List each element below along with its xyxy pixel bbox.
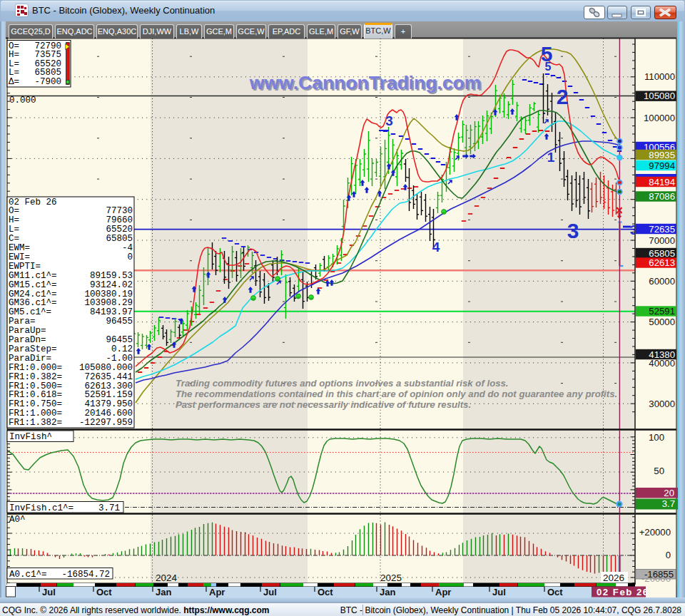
svg-text:L=: L= — [9, 225, 19, 235]
svg-text:InvFish^: InvFish^ — [9, 432, 52, 442]
svg-text:72635.441: 72635.441 — [84, 372, 133, 382]
svg-text:-16855: -16855 — [644, 569, 674, 580]
svg-text:2025: 2025 — [380, 573, 402, 583]
svg-text:41380: 41380 — [649, 349, 675, 360]
svg-text:-1.00: -1.00 — [106, 354, 133, 364]
svg-text:65520: 65520 — [106, 225, 133, 235]
svg-text:65805: 65805 — [106, 234, 133, 244]
svg-text:2026: 2026 — [603, 573, 624, 583]
svg-text:3: 3 — [385, 113, 393, 128]
svg-text:100380.19: 100380.19 — [84, 289, 133, 299]
svg-text:Oct: Oct — [96, 587, 112, 597]
svg-text:77730: 77730 — [106, 206, 133, 216]
svg-text:EWPTI=: EWPTI= — [9, 262, 41, 272]
svg-text:3.71: 3.71 — [98, 503, 120, 513]
svg-text:89159.53: 89159.53 — [90, 271, 133, 281]
svg-text:2: 2 — [557, 85, 569, 108]
svg-text:InvFish.c1^=: InvFish.c1^= — [9, 503, 73, 513]
svg-text:02 Feb 26: 02 Feb 26 — [597, 587, 649, 597]
svg-text:FR1:1.382=: FR1:1.382= — [9, 418, 62, 428]
svg-text:0.000: 0.000 — [9, 96, 36, 106]
svg-text:GM36.c1^=: GM36.c1^= — [9, 298, 57, 308]
svg-text:Jan: Jan — [156, 587, 171, 597]
svg-text:Trading commodity futures and: Trading commodity futures and options in… — [176, 378, 509, 389]
svg-text:72635: 72635 — [649, 224, 675, 235]
svg-text:2024: 2024 — [156, 573, 178, 583]
svg-text:0: 0 — [666, 550, 671, 560]
svg-text:ParaUp=: ParaUp= — [9, 326, 46, 336]
svg-text:A0.c1^=: A0.c1^= — [9, 570, 47, 580]
svg-text:Past performances are not nece: Past performances are not necessarily in… — [176, 399, 471, 410]
svg-text:105080: 105080 — [644, 91, 675, 101]
svg-text:Apr: Apr — [209, 587, 225, 597]
svg-text:02 Feb 26: 02 Feb 26 — [9, 197, 57, 207]
svg-text:Apr: Apr — [435, 587, 451, 597]
svg-text:52591.159: 52591.159 — [84, 390, 133, 400]
svg-text:62613: 62613 — [649, 257, 675, 268]
svg-text:5: 5 — [545, 61, 552, 73]
svg-text:4: 4 — [432, 240, 440, 255]
svg-text:100: 100 — [649, 432, 664, 443]
svg-text:110000: 110000 — [644, 71, 675, 82]
svg-text:52591: 52591 — [649, 306, 675, 317]
svg-text:+20000: +20000 — [639, 527, 671, 538]
svg-text:93124.02: 93124.02 — [90, 280, 133, 290]
svg-text:87086: 87086 — [649, 191, 675, 202]
svg-text:-12297.959: -12297.959 — [79, 418, 133, 428]
svg-text:FR1:0.500=: FR1:0.500= — [9, 381, 62, 391]
svg-text:0.12: 0.12 — [111, 344, 133, 354]
svg-text:FR1:1.000=: FR1:1.000= — [9, 409, 62, 419]
svg-text:C=: C= — [9, 234, 19, 244]
svg-text:-4: -4 — [122, 243, 133, 253]
svg-text:20146.600: 20146.600 — [84, 409, 133, 419]
svg-text:Oct: Oct — [318, 587, 333, 597]
svg-text:96455: 96455 — [106, 335, 133, 345]
svg-text:-7900: -7900 — [34, 77, 61, 87]
svg-text:3.7: 3.7 — [662, 498, 675, 509]
svg-text:100000: 100000 — [644, 113, 675, 123]
svg-text:60000: 60000 — [649, 276, 675, 287]
svg-text:EWM=: EWM= — [9, 243, 30, 253]
svg-text:62613.300: 62613.300 — [84, 381, 133, 391]
svg-text:30000: 30000 — [649, 399, 675, 409]
svg-text:GM24.c1^=: GM24.c1^= — [9, 289, 57, 299]
svg-text:50: 50 — [654, 466, 664, 476]
svg-text:Jul: Jul — [42, 587, 56, 597]
svg-text:H=: H= — [9, 215, 19, 225]
svg-text:Para=: Para= — [9, 317, 36, 327]
svg-text:41379.950: 41379.950 — [84, 399, 133, 409]
svg-text:FR1:0.382=: FR1:0.382= — [9, 372, 62, 382]
svg-text:1: 1 — [547, 150, 555, 165]
svg-text:89935: 89935 — [649, 150, 675, 160]
svg-text:FR1:0.618=: FR1:0.618= — [9, 390, 62, 400]
svg-text:ParaDir=: ParaDir= — [9, 354, 51, 364]
svg-text:Jul: Jul — [263, 587, 277, 597]
svg-text:97994: 97994 — [649, 160, 675, 171]
svg-text:Δ=: Δ= — [9, 77, 19, 87]
svg-text:84193.97: 84193.97 — [90, 307, 133, 317]
svg-text:Oct: Oct — [547, 587, 563, 597]
svg-text:0: 0 — [127, 252, 133, 262]
svg-text:FR1:0.750=: FR1:0.750= — [9, 399, 62, 409]
svg-text:105080.000: 105080.000 — [79, 363, 133, 373]
svg-text:www.CannonTrading.com: www.CannonTrading.com — [249, 72, 481, 93]
svg-text:FR1:0.000=: FR1:0.000= — [9, 363, 62, 373]
svg-text:ParaStep=: ParaStep= — [9, 344, 57, 354]
svg-text:Jul: Jul — [492, 587, 506, 597]
svg-text:79660: 79660 — [106, 215, 133, 225]
svg-text:Jan: Jan — [380, 587, 395, 597]
svg-text:20: 20 — [664, 488, 674, 498]
svg-text:A0^: A0^ — [9, 515, 26, 525]
svg-text:EWI=: EWI= — [9, 252, 30, 262]
svg-text:70000: 70000 — [649, 235, 675, 246]
svg-text:84194: 84194 — [649, 177, 675, 188]
svg-text:-16854.72: -16854.72 — [61, 570, 110, 580]
svg-text:The recommendations contained: The recommendations contained in this ch… — [176, 389, 617, 399]
svg-text:103908.29: 103908.29 — [84, 298, 133, 308]
svg-text:GM5.c1^=: GM5.c1^= — [9, 307, 51, 317]
svg-text:96455: 96455 — [106, 317, 133, 327]
svg-text:50000: 50000 — [649, 317, 675, 327]
svg-text:GM11.c1^=: GM11.c1^= — [9, 271, 57, 281]
svg-text:O=: O= — [9, 206, 19, 216]
svg-text:GM15.c1^=: GM15.c1^= — [9, 280, 57, 290]
